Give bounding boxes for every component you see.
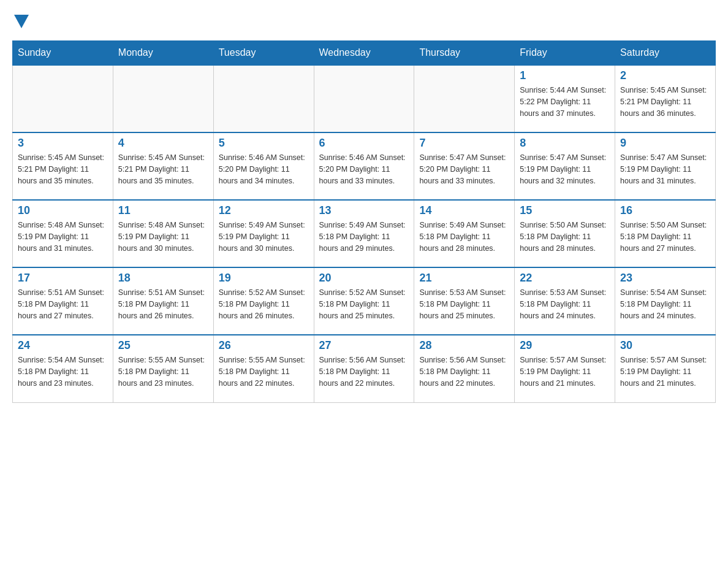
day-number: 21	[419, 272, 509, 285]
day-info: Sunrise: 5:49 AM Sunset: 5:18 PM Dayligh…	[319, 220, 409, 254]
calendar-cell: 24Sunrise: 5:54 AM Sunset: 5:18 PM Dayli…	[13, 335, 113, 402]
day-number: 2	[620, 69, 710, 82]
day-info: Sunrise: 5:52 AM Sunset: 5:18 PM Dayligh…	[219, 287, 309, 321]
calendar-cell: 21Sunrise: 5:53 AM Sunset: 5:18 PM Dayli…	[414, 267, 515, 335]
calendar-cell: 8Sunrise: 5:47 AM Sunset: 5:19 PM Daylig…	[515, 132, 615, 200]
day-number: 19	[219, 272, 309, 285]
day-info: Sunrise: 5:56 AM Sunset: 5:18 PM Dayligh…	[419, 354, 509, 389]
day-number: 30	[620, 339, 710, 352]
day-number: 15	[520, 204, 610, 217]
calendar-cell: 14Sunrise: 5:49 AM Sunset: 5:18 PM Dayli…	[414, 200, 515, 267]
day-info: Sunrise: 5:45 AM Sunset: 5:21 PM Dayligh…	[620, 85, 710, 119]
weekday-header-friday: Friday	[515, 41, 615, 66]
day-info: Sunrise: 5:47 AM Sunset: 5:19 PM Dayligh…	[620, 152, 710, 186]
weekday-header-row: SundayMondayTuesdayWednesdayThursdayFrid…	[13, 41, 716, 66]
day-number: 12	[219, 204, 309, 217]
day-info: Sunrise: 5:47 AM Sunset: 5:19 PM Dayligh…	[520, 152, 610, 186]
page-header	[12, 12, 716, 28]
day-info: Sunrise: 5:45 AM Sunset: 5:21 PM Dayligh…	[18, 152, 108, 186]
calendar-cell: 20Sunrise: 5:52 AM Sunset: 5:18 PM Dayli…	[314, 267, 414, 335]
calendar-cell: 26Sunrise: 5:55 AM Sunset: 5:18 PM Dayli…	[213, 335, 314, 402]
day-number: 14	[419, 204, 509, 217]
day-number: 9	[620, 137, 710, 150]
day-number: 16	[620, 204, 710, 217]
day-info: Sunrise: 5:55 AM Sunset: 5:18 PM Dayligh…	[118, 354, 208, 389]
day-info: Sunrise: 5:46 AM Sunset: 5:20 PM Dayligh…	[319, 152, 409, 186]
weekday-header-thursday: Thursday	[414, 41, 515, 66]
day-number: 11	[118, 204, 208, 217]
calendar-cell: 4Sunrise: 5:45 AM Sunset: 5:21 PM Daylig…	[113, 132, 213, 200]
calendar-cell: 3Sunrise: 5:45 AM Sunset: 5:21 PM Daylig…	[13, 132, 113, 200]
week-row-5: 24Sunrise: 5:54 AM Sunset: 5:18 PM Dayli…	[13, 335, 716, 402]
day-info: Sunrise: 5:50 AM Sunset: 5:18 PM Dayligh…	[520, 220, 610, 254]
calendar-cell: 9Sunrise: 5:47 AM Sunset: 5:19 PM Daylig…	[615, 132, 716, 200]
day-info: Sunrise: 5:45 AM Sunset: 5:21 PM Dayligh…	[118, 152, 208, 186]
day-info: Sunrise: 5:44 AM Sunset: 5:22 PM Dayligh…	[520, 85, 610, 119]
day-number: 23	[620, 272, 710, 285]
weekday-header-wednesday: Wednesday	[314, 41, 414, 66]
day-info: Sunrise: 5:54 AM Sunset: 5:18 PM Dayligh…	[620, 287, 710, 321]
calendar-cell	[213, 65, 314, 132]
calendar-cell	[113, 65, 213, 132]
logo-top	[12, 12, 29, 28]
calendar-cell	[13, 65, 113, 132]
calendar-cell: 10Sunrise: 5:48 AM Sunset: 5:19 PM Dayli…	[13, 200, 113, 267]
day-info: Sunrise: 5:51 AM Sunset: 5:18 PM Dayligh…	[18, 287, 108, 321]
day-number: 20	[319, 272, 409, 285]
week-row-4: 17Sunrise: 5:51 AM Sunset: 5:18 PM Dayli…	[13, 267, 716, 335]
day-number: 8	[520, 137, 610, 150]
day-number: 13	[319, 204, 409, 217]
day-info: Sunrise: 5:55 AM Sunset: 5:18 PM Dayligh…	[219, 354, 309, 389]
calendar-cell: 11Sunrise: 5:48 AM Sunset: 5:19 PM Dayli…	[113, 200, 213, 267]
day-info: Sunrise: 5:52 AM Sunset: 5:18 PM Dayligh…	[319, 287, 409, 321]
week-row-2: 3Sunrise: 5:45 AM Sunset: 5:21 PM Daylig…	[13, 132, 716, 200]
day-number: 3	[18, 137, 108, 150]
calendar-cell: 2Sunrise: 5:45 AM Sunset: 5:21 PM Daylig…	[615, 65, 716, 132]
day-info: Sunrise: 5:48 AM Sunset: 5:19 PM Dayligh…	[118, 220, 208, 254]
day-number: 26	[219, 339, 309, 352]
day-number: 18	[118, 272, 208, 285]
day-info: Sunrise: 5:49 AM Sunset: 5:18 PM Dayligh…	[419, 220, 509, 254]
day-info: Sunrise: 5:54 AM Sunset: 5:18 PM Dayligh…	[18, 354, 108, 389]
calendar-cell: 30Sunrise: 5:57 AM Sunset: 5:19 PM Dayli…	[615, 335, 716, 402]
day-info: Sunrise: 5:51 AM Sunset: 5:18 PM Dayligh…	[118, 287, 208, 321]
day-info: Sunrise: 5:57 AM Sunset: 5:19 PM Dayligh…	[620, 354, 710, 389]
day-number: 5	[219, 137, 309, 150]
calendar-cell: 28Sunrise: 5:56 AM Sunset: 5:18 PM Dayli…	[414, 335, 515, 402]
logo	[12, 12, 29, 28]
day-number: 6	[319, 137, 409, 150]
calendar-cell: 5Sunrise: 5:46 AM Sunset: 5:20 PM Daylig…	[213, 132, 314, 200]
day-info: Sunrise: 5:56 AM Sunset: 5:18 PM Dayligh…	[319, 354, 409, 389]
calendar-cell: 25Sunrise: 5:55 AM Sunset: 5:18 PM Dayli…	[113, 335, 213, 402]
day-info: Sunrise: 5:53 AM Sunset: 5:18 PM Dayligh…	[520, 287, 610, 321]
calendar-cell: 29Sunrise: 5:57 AM Sunset: 5:19 PM Dayli…	[515, 335, 615, 402]
calendar-cell	[314, 65, 414, 132]
day-info: Sunrise: 5:50 AM Sunset: 5:18 PM Dayligh…	[620, 220, 710, 254]
calendar-cell: 12Sunrise: 5:49 AM Sunset: 5:19 PM Dayli…	[213, 200, 314, 267]
calendar-table: SundayMondayTuesdayWednesdayThursdayFrid…	[12, 40, 716, 403]
logo-triangle-icon	[14, 15, 29, 28]
weekday-header-monday: Monday	[113, 41, 213, 66]
calendar-cell: 6Sunrise: 5:46 AM Sunset: 5:20 PM Daylig…	[314, 132, 414, 200]
calendar-cell	[414, 65, 515, 132]
day-number: 24	[18, 339, 108, 352]
day-number: 1	[520, 69, 610, 82]
day-number: 22	[520, 272, 610, 285]
calendar-cell: 17Sunrise: 5:51 AM Sunset: 5:18 PM Dayli…	[13, 267, 113, 335]
day-number: 10	[18, 204, 108, 217]
day-number: 4	[118, 137, 208, 150]
calendar-cell: 15Sunrise: 5:50 AM Sunset: 5:18 PM Dayli…	[515, 200, 615, 267]
day-info: Sunrise: 5:57 AM Sunset: 5:19 PM Dayligh…	[520, 354, 610, 389]
calendar-cell: 16Sunrise: 5:50 AM Sunset: 5:18 PM Dayli…	[615, 200, 716, 267]
day-number: 7	[419, 137, 509, 150]
calendar-cell: 22Sunrise: 5:53 AM Sunset: 5:18 PM Dayli…	[515, 267, 615, 335]
calendar-cell: 1Sunrise: 5:44 AM Sunset: 5:22 PM Daylig…	[515, 65, 615, 132]
weekday-header-sunday: Sunday	[13, 41, 113, 66]
day-info: Sunrise: 5:49 AM Sunset: 5:19 PM Dayligh…	[219, 220, 309, 254]
calendar-cell: 19Sunrise: 5:52 AM Sunset: 5:18 PM Dayli…	[213, 267, 314, 335]
week-row-1: 1Sunrise: 5:44 AM Sunset: 5:22 PM Daylig…	[13, 65, 716, 132]
day-number: 25	[118, 339, 208, 352]
day-number: 17	[18, 272, 108, 285]
day-info: Sunrise: 5:48 AM Sunset: 5:19 PM Dayligh…	[18, 220, 108, 254]
day-info: Sunrise: 5:53 AM Sunset: 5:18 PM Dayligh…	[419, 287, 509, 321]
